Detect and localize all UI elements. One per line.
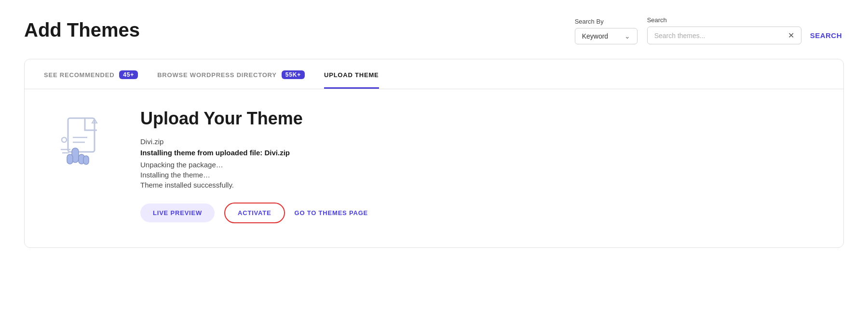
status-2: Installing the theme…: [140, 171, 814, 179]
search-row: Search ✕ SEARCH: [647, 16, 844, 44]
svg-point-4: [62, 137, 67, 142]
upload-illustration: [54, 113, 116, 173]
tab-upload[interactable]: UPLOAD THEME: [324, 71, 379, 89]
svg-rect-8: [67, 154, 73, 164]
goto-themes-button[interactable]: GO TO THEMES PAGE: [295, 209, 368, 217]
activate-button[interactable]: ACTIVATE: [224, 203, 285, 223]
search-by-label: Search By: [575, 18, 637, 25]
tab-recommended-badge: 45+: [119, 70, 138, 79]
tabs-bar: SEE RECOMMENDED 45+ BROWSE WORDPRESS DIR…: [25, 59, 843, 89]
header-search-area: Search By Keyword ⌄ Search ✕ SEARCH: [575, 16, 844, 44]
search-input[interactable]: [654, 32, 784, 40]
svg-rect-10: [83, 156, 89, 164]
upload-title: Upload Your Theme: [140, 109, 814, 129]
search-label: Search: [647, 16, 801, 24]
tab-browse[interactable]: BROWSE WORDPRESS DIRECTORY 55K+: [157, 70, 305, 89]
clear-icon[interactable]: ✕: [788, 31, 794, 40]
upload-tab-content: Upload Your Theme Divi.zip Installing th…: [25, 89, 843, 247]
install-message: Installing theme from uploaded file: Div…: [140, 149, 814, 157]
search-input-wrapper: ✕: [647, 27, 801, 44]
tab-upload-label: UPLOAD THEME: [324, 71, 379, 79]
svg-rect-0: [68, 118, 95, 152]
keyword-option: Keyword: [582, 32, 608, 40]
search-button[interactable]: SEARCH: [808, 27, 844, 44]
main-card: SEE RECOMMENDED 45+ BROWSE WORDPRESS DIR…: [24, 59, 844, 248]
search-by-group: Search By Keyword ⌄: [575, 18, 637, 44]
status-3: Theme installed successfully.: [140, 181, 814, 189]
live-preview-button[interactable]: LIVE PREVIEW: [140, 203, 215, 222]
tab-recommended[interactable]: SEE RECOMMENDED 45+: [44, 70, 138, 89]
tab-browse-label: BROWSE WORDPRESS DIRECTORY: [157, 71, 277, 79]
tab-browse-badge: 55K+: [282, 70, 305, 79]
keyword-select[interactable]: Keyword ⌄: [575, 28, 637, 44]
upload-svg-icon: [54, 113, 111, 171]
tab-recommended-label: SEE RECOMMENDED: [44, 71, 114, 79]
status-1: Unpacking the package…: [140, 161, 814, 169]
file-name: Divi.zip: [140, 137, 814, 146]
chevron-down-icon: ⌄: [624, 32, 630, 40]
search-group: Search ✕: [647, 16, 801, 44]
actions-row: LIVE PREVIEW ACTIVATE GO TO THEMES PAGE: [140, 203, 814, 223]
page-title: Add Themes: [24, 19, 140, 41]
upload-content: Upload Your Theme Divi.zip Installing th…: [140, 109, 814, 223]
